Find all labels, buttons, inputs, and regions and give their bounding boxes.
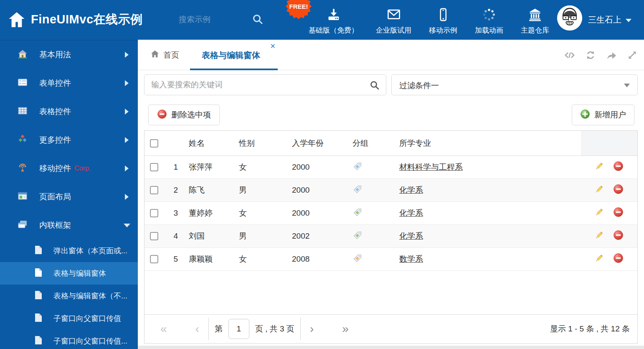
sidebar-subitem-label: 表格与编辑窗体	[53, 268, 106, 278]
row-checkbox[interactable]	[150, 255, 158, 263]
sidebar-item-form-controls[interactable]: 表单控件	[0, 69, 138, 97]
chevron-right-icon	[125, 52, 129, 58]
refresh-icon[interactable]	[585, 50, 596, 62]
frames-icon	[18, 219, 28, 232]
row-number: 2	[164, 179, 181, 201]
home-icon	[18, 49, 28, 61]
sidebar-item-label: 表格控件	[39, 106, 71, 117]
home-icon[interactable]	[8, 10, 26, 31]
edit-icon[interactable]	[593, 184, 604, 196]
cell-year: 2008	[284, 248, 344, 270]
edit-icon[interactable]	[593, 207, 604, 219]
edit-icon[interactable]	[593, 253, 604, 265]
select-all-checkbox[interactable]	[150, 139, 158, 148]
sidebar-item-grid-controls[interactable]: 表格控件	[0, 97, 138, 126]
chevron-right-icon	[125, 109, 129, 115]
cell-name: 董婷婷	[181, 202, 231, 224]
page-suffix: 页 , 共 3 页	[255, 324, 294, 334]
close-icon[interactable]: ✕	[270, 42, 276, 50]
minus-circle-icon	[157, 109, 167, 121]
nav-item-theme-repo[interactable]: 主题仓库	[512, 4, 558, 35]
sidebar-item-label: 基本用法	[39, 49, 71, 60]
nav-item-label: 移动示例	[429, 25, 457, 35]
sidebar-item-label: 页面布局	[39, 191, 71, 202]
add-user-button[interactable]: 新增用户	[572, 104, 634, 125]
tag-icon	[352, 253, 363, 265]
major-link[interactable]: 数学系	[399, 254, 423, 265]
keyword-search-input[interactable]	[151, 77, 360, 93]
delete-selected-button[interactable]: 删除选中项	[148, 104, 220, 125]
edit-icon[interactable]	[593, 161, 604, 173]
cell-gender: 男	[231, 225, 284, 247]
row-checkbox[interactable]	[150, 232, 158, 240]
major-link[interactable]: 化学系	[399, 231, 423, 242]
filter-dropdown-value: 过滤条件一	[399, 80, 439, 91]
main-content: 首页 表格与编辑窗体 ✕ 过滤条件一 删除选中项 新	[138, 40, 644, 349]
last-page-button[interactable]: »	[339, 323, 352, 335]
col-header-group[interactable]: 分组	[344, 131, 391, 155]
edit-icon[interactable]	[593, 230, 604, 242]
tab-bar: 首页 表格与编辑窗体 ✕	[138, 40, 644, 70]
major-link[interactable]: 化学系	[399, 185, 423, 196]
major-link[interactable]: 材料科学与工程系	[399, 162, 463, 173]
row-checkbox[interactable]	[150, 209, 158, 217]
row-number: 1	[164, 156, 181, 178]
user-menu[interactable]: 三生石上	[588, 14, 631, 25]
expand-icon[interactable]	[626, 50, 638, 62]
sidebar-item-basic-usage[interactable]: 基本用法	[0, 41, 138, 69]
pager-divider	[300, 318, 301, 340]
col-header-year[interactable]: 入学年份	[284, 131, 344, 155]
username: 三生石上	[588, 14, 621, 25]
next-page-button[interactable]: ›	[307, 323, 317, 335]
bottom-strip	[138, 346, 644, 349]
search-icon[interactable]	[369, 80, 380, 92]
sidebar-item-iframe[interactable]: 内联框架	[0, 211, 138, 239]
delete-icon[interactable]	[613, 161, 624, 173]
cell-gender: 女	[231, 248, 284, 270]
sidebar-subitem-child-to-parent[interactable]: 子窗口向父窗口传值	[0, 307, 138, 330]
cell-gender: 女	[231, 156, 284, 178]
nav-item-mobile-demo[interactable]: 移动示例	[420, 4, 466, 35]
cell-name: 刘国	[181, 225, 231, 247]
sidebar-subitem-popup-window[interactable]: 弹出窗体（本页面或...	[0, 239, 138, 262]
major-link[interactable]: 化学系	[399, 208, 423, 219]
page-prefix: 第	[215, 324, 223, 334]
row-checkbox[interactable]	[150, 163, 158, 171]
file-icon	[34, 336, 43, 347]
sidebar-item-page-layout[interactable]: 页面布局	[0, 183, 138, 211]
page-number-input[interactable]	[228, 319, 249, 339]
delete-icon[interactable]	[613, 253, 624, 265]
table-row: 1 张萍萍 女 2000 材料科学与工程系	[145, 156, 637, 179]
tab-grid-edit-window[interactable]: 表格与编辑窗体 ✕	[190, 40, 278, 70]
sidebar-subitem-grid-edit-window[interactable]: 表格与编辑窗体	[0, 262, 138, 285]
col-header-name[interactable]: 姓名	[181, 131, 231, 155]
share-icon[interactable]	[606, 50, 617, 62]
spinner-icon	[482, 4, 496, 22]
row-checkbox[interactable]	[150, 186, 158, 194]
tab-home[interactable]: 首页	[150, 40, 179, 70]
nav-item-loading-anim[interactable]: 加载动画	[466, 4, 512, 35]
col-header-major[interactable]: 所学专业	[391, 131, 581, 155]
delete-icon[interactable]	[613, 184, 624, 196]
avatar[interactable]	[557, 5, 582, 31]
sidebar-item-more-controls[interactable]: 更多控件	[0, 126, 138, 154]
source-code-icon[interactable]	[564, 50, 576, 62]
delete-icon[interactable]	[613, 207, 624, 219]
table-row: 4 刘国 男 2002 化学系	[145, 225, 637, 248]
sidebar-subitem-grid-edit-window-2[interactable]: 表格与编辑窗体（不...	[0, 285, 138, 307]
table-row: 5 康颖颖 女 2008 数学系	[145, 248, 637, 271]
sidebar-subitem-child-to-parent-2[interactable]: 子窗口向父窗口传值...	[0, 330, 138, 349]
first-page-button[interactable]: «	[157, 323, 170, 335]
header-search-icon[interactable]	[251, 13, 264, 27]
header-search-input[interactable]	[179, 13, 246, 27]
delete-icon[interactable]	[613, 230, 624, 242]
prev-page-button[interactable]: ‹	[192, 323, 203, 335]
nav-item-enterprise-trial[interactable]: 企业版试用	[367, 4, 420, 35]
sidebar-item-mobile-controls[interactable]: 移动控件 Corp.	[0, 154, 138, 183]
tag-icon	[352, 161, 363, 173]
filter-dropdown[interactable]: 过滤条件一	[391, 74, 638, 95]
grid-header-row: 姓名 性别 入学年份 分组 所学专业	[145, 131, 637, 156]
tab-label: 首页	[163, 50, 179, 61]
sidebar-item-label: 表单控件	[39, 78, 71, 89]
col-header-gender[interactable]: 性别	[231, 131, 284, 155]
